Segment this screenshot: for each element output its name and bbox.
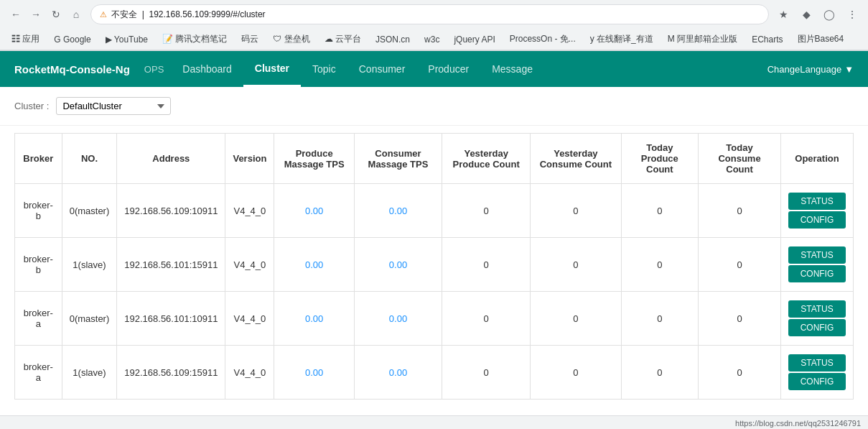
cell-operation: STATUSCONFIG	[780, 292, 853, 346]
col-version: Version	[225, 134, 274, 184]
extensions-button[interactable]: ◆	[798, 6, 815, 23]
cell-broker: broker-b	[15, 184, 62, 238]
nav-buttons: ← → ↻ ⌂	[7, 6, 85, 23]
status-button-2[interactable]: STATUS	[788, 300, 846, 318]
cluster-select[interactable]: DefaultCluster	[56, 97, 171, 115]
change-language-dropdown[interactable]: ChangeLanguage ▼	[767, 64, 854, 75]
main-content: Cluster : DefaultCluster Broker NO. Addr…	[0, 87, 868, 415]
cluster-selector-bar: Cluster : DefaultCluster	[0, 87, 868, 126]
cell-version: V4_4_0	[225, 238, 274, 292]
cell-produce-tps: 0.00	[274, 238, 355, 292]
bookmark-gitee[interactable]: 码云	[237, 32, 263, 47]
address-prefix: 不安全	[111, 9, 137, 19]
cell-address: 192.168.56.101:15911	[117, 238, 225, 292]
bookmark-echarts[interactable]: ECharts	[747, 33, 787, 46]
col-yest-consume: Yesterday Consume Count	[531, 134, 621, 184]
bookmark-cloud[interactable]: ☁ 云平台	[320, 32, 365, 47]
cell-address: 192.168.56.109:15911	[117, 346, 225, 400]
cell-consumer-tps: 0.00	[354, 346, 442, 400]
cell-yest-consume: 0	[531, 184, 621, 238]
bookmark-jquery[interactable]: jQuery API	[449, 33, 499, 46]
browser-toolbar: ← → ↻ ⌂ ⚠ 不安全 | 192.168.56.109:9999/#/cl…	[0, 0, 868, 29]
cell-broker: broker-b	[15, 238, 62, 292]
bookmark-bastion[interactable]: 🛡 堡垒机	[269, 32, 314, 47]
cell-yest-consume: 0	[531, 238, 621, 292]
bookmarks-bar: ☷ 应用 G Google ▶ YouTube 📝 腾讯文档笔记 码云 🛡 堡垒…	[0, 29, 868, 50]
bookmark-apps[interactable]: ☷ 应用	[7, 32, 44, 47]
col-consumer-tps: Consumer Massage TPS	[354, 134, 442, 184]
status-button-1[interactable]: STATUS	[788, 246, 846, 264]
col-operation: Operation	[780, 134, 853, 184]
table-header-row: Broker NO. Address Version Produce Massa…	[15, 134, 854, 184]
bookmark-youdao[interactable]: y 在线翻译_有道	[586, 32, 658, 47]
bookmark-processon[interactable]: ProcessOn - 免...	[505, 32, 580, 47]
config-button-1[interactable]: CONFIG	[788, 265, 846, 282]
home-button[interactable]: ⌂	[67, 6, 85, 23]
bookmark-json[interactable]: JSON.cn	[371, 33, 414, 46]
broker-table-container: Broker NO. Address Version Produce Massa…	[0, 133, 868, 400]
cell-no: 1(slave)	[62, 346, 117, 400]
profile-button[interactable]: ◯	[821, 6, 838, 23]
cell-today-consume: 0	[699, 238, 781, 292]
cell-today-consume: 0	[699, 184, 781, 238]
cell-broker: broker-a	[15, 346, 62, 400]
nav-cluster[interactable]: Cluster	[243, 51, 301, 87]
cell-today-produce: 0	[621, 292, 699, 346]
table-row: broker-b0(master)192.168.56.109:10911V4_…	[15, 184, 854, 238]
back-button[interactable]: ←	[7, 6, 24, 23]
col-yest-produce: Yesterday Produce Count	[442, 134, 531, 184]
status-button-0[interactable]: STATUS	[788, 193, 846, 210]
cell-today-produce: 0	[621, 184, 699, 238]
nav-consumer[interactable]: Consumer	[347, 51, 417, 87]
cell-today-produce: 0	[621, 238, 699, 292]
col-produce-tps: Produce Massage TPS	[274, 134, 355, 184]
cell-no: 1(slave)	[62, 238, 117, 292]
forward-button[interactable]: →	[27, 6, 45, 23]
nav-dashboard[interactable]: Dashboard	[171, 51, 243, 87]
cell-produce-tps: 0.00	[274, 346, 355, 400]
config-button-3[interactable]: CONFIG	[788, 373, 846, 390]
address-bar[interactable]: ⚠ 不安全 | 192.168.56.109:9999/#/cluster	[90, 4, 769, 24]
nav-producer[interactable]: Producer	[416, 51, 480, 87]
cell-consumer-tps: 0.00	[354, 238, 442, 292]
cell-today-produce: 0	[621, 346, 699, 400]
bookmark-alibaba-mail[interactable]: M 阿里邮箱企业版	[663, 32, 742, 47]
cell-version: V4_4_0	[225, 292, 274, 346]
nav-topic[interactable]: Topic	[301, 51, 347, 87]
bookmark-button[interactable]: ★	[775, 6, 792, 23]
cell-no: 0(master)	[62, 184, 117, 238]
config-button-2[interactable]: CONFIG	[788, 319, 846, 336]
bookmark-youtube[interactable]: ▶ YouTube	[101, 33, 152, 46]
table-row: broker-a1(slave)192.168.56.109:15911V4_4…	[15, 346, 854, 400]
cell-yest-produce: 0	[442, 346, 531, 400]
app-header: RocketMq-Console-Ng OPS Dashboard Cluste…	[0, 51, 868, 87]
config-button-0[interactable]: CONFIG	[788, 211, 846, 229]
security-icon: ⚠	[100, 10, 107, 19]
bookmark-w3c[interactable]: w3c	[420, 33, 444, 46]
ops-label: OPS	[144, 64, 164, 75]
cell-operation: STATUSCONFIG	[780, 238, 853, 292]
bookmark-tencent[interactable]: 📝 腾讯文档笔记	[158, 32, 231, 47]
cell-version: V4_4_0	[225, 346, 274, 400]
cell-no: 0(master)	[62, 292, 117, 346]
col-no: NO.	[62, 134, 117, 184]
cell-consumer-tps: 0.00	[354, 292, 442, 346]
status-button-3[interactable]: STATUS	[788, 354, 846, 372]
app-logo: RocketMq-Console-Ng	[14, 63, 130, 75]
cell-yest-produce: 0	[442, 238, 531, 292]
menu-button[interactable]: ⋮	[844, 6, 861, 23]
nav-message[interactable]: Message	[480, 51, 544, 87]
refresh-button[interactable]: ↻	[47, 6, 65, 23]
footer-url: https://blog.csdn.net/qq2531246791	[735, 419, 861, 428]
cell-address: 192.168.56.109:10911	[117, 184, 225, 238]
bookmark-base64[interactable]: 图片Base64	[793, 32, 849, 47]
cell-produce-tps: 0.00	[274, 292, 355, 346]
bookmark-google[interactable]: G Google	[50, 33, 95, 46]
col-today-consume: Today Consume Count	[699, 134, 781, 184]
cell-operation: STATUSCONFIG	[780, 184, 853, 238]
cell-today-consume: 0	[699, 292, 781, 346]
cell-address: 192.168.56.101:10911	[117, 292, 225, 346]
table-row: broker-b1(slave)192.168.56.101:15911V4_4…	[15, 238, 854, 292]
col-address: Address	[117, 134, 225, 184]
chevron-down-icon: ▼	[844, 64, 854, 75]
